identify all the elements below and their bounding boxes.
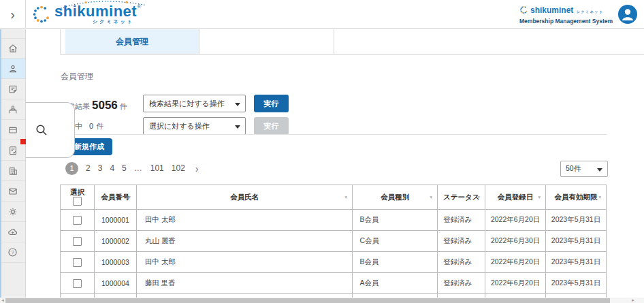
search-action-select[interactable]: 検索結果に対する操作 [143,95,246,112]
col-header-name[interactable]: 会員氏名 [136,185,353,210]
sidebar-item-home[interactable] [0,38,25,59]
cell-type: C会員 [353,231,438,252]
pagination-page[interactable]: 101 [150,163,164,173]
sidebar-nav: ? [0,29,26,303]
help-question-icon: ? [7,246,18,258]
horizontal-scrollbar: ◄ ► [0,298,644,303]
pagination-page[interactable]: 2 [86,163,91,173]
sidebar-item-notes[interactable] [0,79,25,99]
sidebar-item-upload[interactable] [0,222,25,242]
pagination-pages: 12345…101102 [65,162,185,175]
cell-registered: 2022年6月30日 [485,231,546,252]
cell-name: 田中 太郎 [136,210,353,231]
scroll-right-arrow-icon[interactable]: ► [631,298,635,302]
survey-checklist-icon [7,145,18,156]
sidebar-item-organization[interactable] [0,161,25,181]
cell-type: A会員 [353,273,438,294]
col-header-select: 選択 [61,185,95,210]
organization-building-icon [7,165,18,176]
payment-card-icon [7,125,18,135]
account-avatar[interactable] [618,5,637,24]
pagination-page[interactable]: 4 [110,163,114,173]
app-logo[interactable]: shikuminet® シクミネット [31,3,141,25]
cell-member_no: 1000003 [94,252,136,273]
row-select-cell [61,231,95,252]
selection-action-select[interactable]: 選択に対する操作 [143,117,246,135]
mini-logo-text: shikuminet [530,5,573,15]
search-flyout-panel[interactable] [26,102,75,158]
mini-logo-katakana: シクミネット [577,10,604,14]
row-checkbox[interactable] [73,216,82,225]
cell-status: 登録済み [438,252,485,273]
logo-arc-icon [60,1,148,9]
cell-expires: 2023年5月31日 [546,210,607,231]
table-row[interactable]: 1000001田中 太郎B会員登録済み2022年6月20日2023年5月31日 [61,210,607,231]
row-checkbox[interactable] [73,237,82,246]
pagination-page[interactable]: 102 [172,163,185,173]
cloud-upload-icon [7,226,18,238]
cell-status: 登録済み [438,231,485,252]
cell-type: B会員 [353,252,438,273]
col-select-label: 選択 [61,189,94,197]
row-checkbox[interactable] [73,279,82,288]
app-header: › shikuminet® シクミネット [0,0,644,29]
cell-expires: 2023年5月31日 [546,231,607,252]
pagination-page[interactable]: 5 [122,163,127,173]
cell-name: 藤田 里香 [136,273,353,294]
select-all-checkbox[interactable] [73,197,82,206]
cell-registered: 2022年6月20日 [485,273,546,294]
row-select-cell [61,252,95,273]
sidebar-item-settings[interactable] [0,202,25,222]
cell-registered: 2022年6月20日 [485,210,546,231]
col-header-expires[interactable]: 会員有効期限 [546,185,607,210]
cell-status: 登録済み [438,273,485,294]
tab-member-management[interactable]: 会員管理 [65,29,199,54]
sidebar-item-mail[interactable] [0,181,25,202]
note-memo-icon [7,84,18,95]
table-row[interactable]: 1000003田中 太郎B会員登録済み2022年6月20日2023年5月31日 [61,252,607,273]
cell-member_no: 1000004 [94,273,136,294]
cell-registered: 2022年6月20日 [485,252,546,273]
table-row[interactable]: 1000002丸山 麗香C会員登録済み2022年6月30日2023年5月31日 [61,231,607,252]
table-row[interactable]: 1000004藤田 里香A会員登録済み2022年6月20日2023年5月31日 [61,273,607,294]
sidebar-item-members[interactable] [0,59,25,79]
scroll-left-arrow-icon[interactable]: ◄ [1,298,5,302]
settings-gear-icon [7,206,18,217]
system-subtitle: Membership Management System [519,18,613,25]
cell-member_no: 1000002 [94,231,136,252]
selected-count: 0 [89,122,93,130]
notification-badge [20,139,26,144]
pagination-page: … [134,163,143,173]
user-avatar-icon [618,5,637,24]
page-size-select[interactable]: 50件 [560,161,608,177]
selected-unit: 件 [96,121,103,131]
row-select-cell [61,210,95,231]
cell-member_no: 1000001 [94,210,136,231]
row-checkbox[interactable] [73,258,82,267]
table-header-row: 選択 会員番号 会員氏名 会員種別 ステータス 会員登録日 会員有効期限 [61,185,607,210]
pagination-next-chevron-icon[interactable]: › [195,163,199,174]
sidebar-item-help[interactable]: ? [0,242,25,263]
scrollbar-thumb[interactable] [5,298,610,303]
col-header-type[interactable]: 会員種別 [353,185,438,210]
left-accent-line [0,29,1,303]
tab-empty[interactable] [199,29,334,54]
col-header-status[interactable]: ステータス [438,185,485,210]
section-divider [60,134,607,135]
tab-strip: 会員管理 [60,29,644,54]
page-title: 会員管理 [61,71,93,82]
pagination-page[interactable]: 3 [98,163,103,173]
sidebar-item-seminar[interactable] [0,99,25,120]
execute-disabled-button: 実行 [254,117,289,135]
cell-expires: 2023年5月31日 [546,252,607,273]
pagination-page[interactable]: 1 [65,162,78,175]
col-header-registered[interactable]: 会員登録日 [485,185,546,210]
sidebar-item-payment[interactable] [0,120,25,140]
mini-logo-dots-icon [519,5,528,14]
home-icon [7,43,18,54]
pagination: 12345…101102 › [65,161,199,175]
col-header-member-no[interactable]: 会員番号 [94,185,136,210]
sidebar-expand-chevron-icon[interactable]: › [0,0,26,29]
header-account-brand: shikuminet シクミネット Membership Management … [519,3,613,25]
execute-button[interactable]: 実行 [254,95,289,112]
